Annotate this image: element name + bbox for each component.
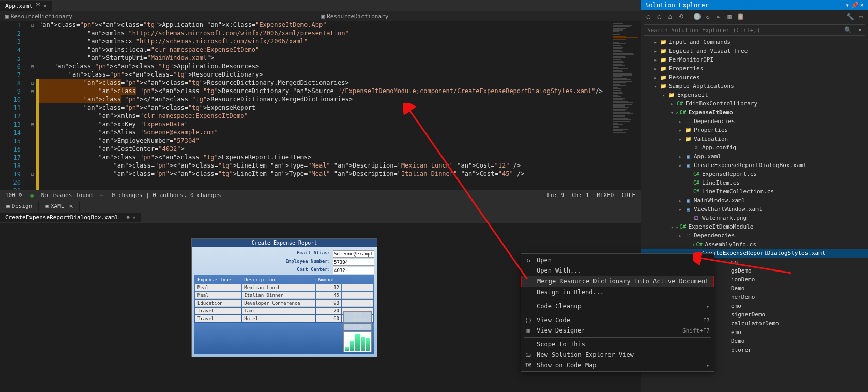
dialog-title: Create Expense Report xyxy=(192,239,377,247)
email-label: Email Alias: xyxy=(297,250,330,258)
tree-item[interactable]: ▸▣ViewChartWindow.xaml xyxy=(641,205,868,214)
tree-item[interactable]: ▸📁Resources xyxy=(641,73,868,82)
separator xyxy=(524,299,711,299)
panel-title: Solution Explorer xyxy=(645,2,846,9)
email-field[interactable] xyxy=(333,250,374,258)
editor-tab-bar: App.xaml* × xyxy=(0,0,641,11)
popout-icon[interactable]: ⇱ xyxy=(70,203,73,209)
tree-item[interactable]: ▸📁Properties xyxy=(641,126,868,134)
copy-icon[interactable]: 📋 xyxy=(736,12,745,21)
cm-view-code[interactable]: ⟨⟩View CodeF7 xyxy=(521,315,714,325)
tab-dialog-xaml[interactable]: CreateExpenseReportDialogBox.xaml ⊕ × xyxy=(0,213,141,222)
breadcrumb-right[interactable]: ResourceDictionary xyxy=(327,13,388,20)
close-icon[interactable]: × xyxy=(43,3,47,9)
status-col[interactable]: Ch: 1 xyxy=(572,192,589,199)
home-icon[interactable]: ⌂ xyxy=(665,12,675,21)
add-expense-button[interactable]: Add Expense xyxy=(343,311,372,323)
cc-label: Cost Center: xyxy=(297,267,330,274)
empno-field[interactable] xyxy=(333,259,374,266)
tree-item[interactable]: ▸📁Logical and Visual Tree xyxy=(641,47,868,55)
pending-icon[interactable]: 🕓 xyxy=(692,12,702,21)
tree-item[interactable]: C#LineItem.cs xyxy=(641,178,868,187)
tree-item[interactable]: ▸📁Validation xyxy=(641,134,868,143)
tree-item[interactable]: ▸▣MainWindow.xaml xyxy=(641,196,868,205)
status-mode[interactable]: MIXED xyxy=(597,192,614,199)
close-icon[interactable]: × xyxy=(860,2,864,9)
tree-item[interactable]: ▸▣App.xaml xyxy=(641,152,868,161)
search-input[interactable] xyxy=(644,25,841,35)
fold-gutter[interactable]: ⊟⊟⊟⊟⊟⊟ xyxy=(28,21,36,190)
tree-item[interactable]: ▾+C#ExpenseItDemoModule xyxy=(641,222,868,231)
cm-merge-dictionary[interactable]: Merge Resource Dictionary Into Active Do… xyxy=(521,276,714,287)
tree-item[interactable]: ▸📁Input and Commands xyxy=(641,38,868,47)
cm-scope[interactable]: Scope to This xyxy=(521,339,714,350)
status-line[interactable]: Ln: 9 xyxy=(547,192,564,199)
minimap[interactable] xyxy=(610,21,641,190)
code-body[interactable]: "an">class="pn"><"an">class="tg">Applica… xyxy=(39,21,641,190)
context-menu: ↻Open Open With... Merge Resource Dictio… xyxy=(521,253,714,372)
tree-item[interactable]: ▸⸬Dependencies xyxy=(641,117,868,126)
tree-item[interactable]: ▸📁PerMonitorDPI xyxy=(641,55,868,64)
status-zoom[interactable]: 100 % xyxy=(5,192,22,199)
check-icon: ◉ xyxy=(30,192,34,199)
search-icon[interactable]: 🔍 xyxy=(841,25,855,35)
cm-open-with[interactable]: Open With... xyxy=(521,265,714,276)
table-row: MealMexican Lunch12 xyxy=(195,284,373,291)
mini-chart xyxy=(343,331,372,352)
pin-icon[interactable]: 📌 xyxy=(851,2,859,9)
table-row: MealItalian Dinner45 xyxy=(195,292,373,299)
tab-label: App.xaml xyxy=(5,3,33,9)
status-changes[interactable]: 0 changes | 0 authors, 0 changes xyxy=(112,192,221,199)
collapse-icon[interactable]: ⇤ xyxy=(714,12,723,21)
dropdown-icon[interactable]: ▾ xyxy=(846,2,849,9)
code-editor[interactable]: 123456789101112131415161718192021 ⊟⊟⊟⊟⊟⊟… xyxy=(0,21,641,190)
tree-item[interactable]: +C#AssemblyInfo.cs xyxy=(641,240,868,249)
forward-icon[interactable]: ◯ xyxy=(654,12,664,21)
tab-xaml[interactable]: ▣XAML⇱ xyxy=(39,201,80,211)
cm-view-designer[interactable]: ▦View DesignerShift+F7 xyxy=(521,325,714,336)
refresh-icon[interactable]: ↻ xyxy=(703,12,712,21)
back-icon[interactable]: ◯ xyxy=(644,12,653,21)
cm-code-cleanup[interactable]: Code Cleanup▸ xyxy=(521,301,714,311)
preview-icon[interactable]: ▭ xyxy=(856,12,865,21)
breadcrumb-icon: ▣ xyxy=(5,13,9,20)
breadcrumb-left[interactable]: ResourceDictionary xyxy=(11,13,72,20)
tree-item[interactable]: ▾📁Sample Applications xyxy=(641,82,868,91)
explorer-icon: 🗂 xyxy=(524,351,532,358)
tree-item[interactable]: C#LineItemCollection.cs xyxy=(641,187,868,196)
tree-item[interactable]: ▸▣CreateExpenseReportDialogBox.xaml xyxy=(641,161,868,170)
cc-field[interactable] xyxy=(333,267,374,274)
properties-icon[interactable]: 🔧 xyxy=(845,12,855,21)
tree-item[interactable]: ▾📁ExpenseIt xyxy=(641,91,868,99)
tree-item[interactable]: ▸📁Properties xyxy=(641,64,868,73)
close-icon[interactable]: × xyxy=(132,214,136,221)
view-chart-button[interactable]: View Chart xyxy=(343,324,372,330)
tab-label: CreateExpenseReportDialogBox.xaml xyxy=(5,214,118,221)
cm-open[interactable]: ↻Open xyxy=(521,255,714,265)
map-icon: 🗺 xyxy=(524,361,532,369)
panel-title-bar[interactable]: Solution Explorer ▾ 📌 × xyxy=(641,0,868,10)
tree-item[interactable]: C#ExpenseReport.cs xyxy=(641,170,868,178)
chevron-right-icon: ▸ xyxy=(706,361,710,369)
separator xyxy=(524,313,711,313)
tree-item[interactable]: ▾✔C#ExpenseItDemo xyxy=(641,108,868,117)
show-all-icon[interactable]: ▦ xyxy=(725,12,734,21)
tab-app-xaml[interactable]: App.xaml* × xyxy=(0,1,52,11)
cm-codemap[interactable]: 🗺Show on Code Map▸ xyxy=(521,360,714,370)
tree-item[interactable]: ▸⸬Dependencies xyxy=(641,231,868,240)
cm-design-blend[interactable]: Design in Blend... xyxy=(521,287,714,297)
sync-icon[interactable]: ⟲ xyxy=(676,12,686,21)
cm-new-view[interactable]: 🗂New Solution Explorer View xyxy=(521,350,714,360)
tree-item[interactable]: ▸C#EditBoxControlLibrary xyxy=(641,99,868,108)
status-issues[interactable]: No issues found xyxy=(41,192,93,199)
table-row: EducationDeveloper Conference90 xyxy=(195,300,373,307)
solution-search[interactable]: 🔍 ▾ xyxy=(644,24,865,36)
pin-icon[interactable]: ⊕ xyxy=(127,214,130,221)
status-eol[interactable]: CRLF xyxy=(622,192,636,199)
tree-item[interactable]: 🖼Watermark.png xyxy=(641,214,868,222)
dropdown-icon[interactable]: ▾ xyxy=(855,25,865,35)
tab-design[interactable]: ▣Design xyxy=(0,201,39,211)
view-tabs: ▣Design ▣XAML⇱ xyxy=(0,200,641,212)
breadcrumb: ▣ ResourceDictionary ▣ ResourceDictionar… xyxy=(0,11,641,21)
tree-item[interactable]: ⚙App.config xyxy=(641,143,868,152)
